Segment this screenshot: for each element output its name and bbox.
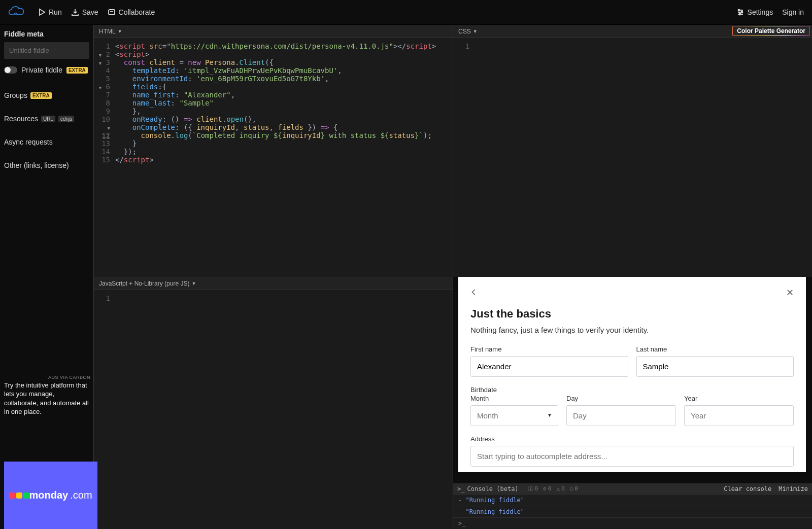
chevron-down-icon: ▼ — [191, 281, 196, 286]
info-icon: ⓘ — [528, 485, 533, 492]
chevron-down-icon: ▼ — [118, 29, 122, 34]
cdnjs-pill: cdnjs — [58, 116, 74, 122]
css-code — [472, 38, 475, 277]
persona-widget: ✕ Just the basics Nothing fancy, just a … — [458, 277, 806, 472]
html-code: <script src="https://cdn.withpersona.com… — [113, 38, 436, 277]
collaborate-button[interactable]: Collaborate — [108, 8, 155, 16]
last-name-label: Last name — [636, 345, 794, 353]
sidebar-other[interactable]: Other (links, license) — [4, 161, 89, 169]
private-label: Private fiddle — [21, 66, 62, 74]
sidebar-groups[interactable]: Groups EXTRA — [4, 91, 89, 99]
persona-top: ✕ — [470, 287, 794, 298]
ad-text[interactable]: Try the intuitive platform that lets you… — [4, 381, 89, 416]
terminal-icon: >_ — [457, 485, 464, 492]
sidebar-resources[interactable]: Resources URL cdnjs — [4, 115, 89, 123]
minimize-console-button[interactable]: Minimize — [779, 485, 808, 492]
css-gutter: 1 — [453, 38, 472, 277]
console-header: >_ Console (beta) ⓘ0 ⊘0 △0 ◯0 Clear cons… — [453, 483, 812, 495]
settings-label: Settings — [748, 8, 773, 16]
day-label: Day — [566, 395, 676, 402]
address-label: Address — [470, 435, 794, 443]
extra-badge: EXTRA — [66, 67, 88, 74]
last-name-input[interactable] — [636, 356, 794, 377]
private-toggle[interactable] — [4, 66, 17, 74]
js-pane-header[interactable]: JavaScript + No-Library (pure JS)▼ — [94, 277, 453, 290]
ad-monday[interactable]: monday.com — [4, 462, 97, 529]
console-badges: ⓘ0 ⊘0 △0 ◯0 — [528, 485, 578, 492]
result-embed: ✕ Just the basics Nothing fancy, just a … — [453, 277, 812, 483]
monday-logo: monday.com — [9, 489, 92, 501]
js-pane: JavaScript + No-Library (pure JS)▼ 1 — [93, 277, 453, 529]
sidebar: Fiddle meta Private fiddle EXTRA Groups … — [0, 25, 93, 529]
html-gutter: 1▼ 2▼ 345▼ 678910▼ 1112131415 — [94, 38, 113, 277]
panes: HTML▼ 1▼ 2▼ 345▼ 678910▼ 1112131415 <scr… — [93, 25, 812, 529]
year-input[interactable] — [684, 405, 794, 426]
html-pane: HTML▼ 1▼ 2▼ 345▼ 678910▼ 1112131415 <scr… — [93, 25, 453, 277]
css-editor[interactable]: 1 — [453, 38, 812, 277]
html-pane-header[interactable]: HTML▼ — [94, 25, 453, 38]
run-label: Run — [49, 8, 62, 16]
back-icon[interactable] — [470, 289, 478, 297]
year-label: Year — [684, 395, 794, 402]
fiddle-title-input[interactable] — [4, 42, 89, 59]
settings-button[interactable]: Settings — [736, 8, 773, 16]
persona-subtitle: Nothing fancy, just a few things to veri… — [470, 326, 794, 334]
save-button[interactable]: Save — [71, 8, 98, 16]
first-name-input[interactable] — [470, 356, 628, 377]
svg-rect-0 — [109, 10, 115, 15]
block-icon: ⊘ — [543, 485, 547, 492]
day-input[interactable] — [566, 405, 676, 426]
address-input[interactable] — [470, 446, 794, 467]
ads-via-carbon[interactable]: ADS VIA CARBON — [48, 375, 90, 380]
month-select[interactable] — [470, 405, 558, 426]
first-name-label: First name — [470, 345, 628, 353]
birthdate-label: Birthdate — [470, 386, 794, 394]
month-label: Month — [470, 395, 558, 402]
console: >_ Console (beta) ⓘ0 ⊘0 △0 ◯0 Clear cons… — [453, 483, 812, 529]
collaborate-label: Collaborate — [119, 8, 155, 16]
fiddle-meta-heading: Fiddle meta — [4, 30, 89, 38]
console-prompt[interactable]: >_ — [453, 518, 812, 529]
css-pane: CSS▼ Color Palette Generator 1 — [453, 25, 812, 277]
workspace: Fiddle meta Private fiddle EXTRA Groups … — [0, 25, 812, 529]
top-actions: Run Save Collaborate — [38, 8, 155, 16]
html-editor[interactable]: 1▼ 2▼ 345▼ 678910▼ 1112131415 <script sr… — [94, 38, 453, 277]
console-actions: Clear console Minimize — [724, 485, 808, 492]
close-icon[interactable]: ✕ — [786, 287, 794, 298]
warn-icon: △ — [556, 485, 560, 492]
topbar: Run Save Collaborate Settings Sign in — [0, 0, 812, 25]
jsfiddle-logo[interactable] — [8, 6, 25, 19]
console-line: - "Running fiddle" — [453, 495, 812, 506]
signin-link[interactable]: Sign in — [782, 8, 804, 16]
persona-title: Just the basics — [470, 307, 794, 321]
js-editor[interactable]: 1 — [94, 290, 453, 529]
color-palette-generator-button[interactable]: Color Palette Generator — [732, 26, 810, 36]
save-label: Save — [82, 8, 98, 16]
extra-badge: EXTRA — [30, 92, 52, 99]
console-title: >_ Console (beta) — [457, 485, 519, 492]
chevron-down-icon: ▼ — [473, 29, 478, 34]
url-pill: URL — [41, 116, 55, 122]
js-code — [113, 290, 115, 529]
top-right: Settings Sign in — [736, 8, 804, 16]
console-line: - "Running fiddle" — [453, 506, 812, 518]
clear-console-button[interactable]: Clear console — [724, 485, 771, 492]
bug-icon: ◯ — [570, 485, 573, 492]
run-button[interactable]: Run — [38, 8, 62, 16]
private-fiddle-row: Private fiddle EXTRA — [4, 66, 89, 74]
result-pane: ✕ Just the basics Nothing fancy, just a … — [453, 277, 812, 529]
sidebar-async[interactable]: Async requests — [4, 138, 89, 146]
css-pane-header[interactable]: CSS▼ Color Palette Generator — [453, 25, 812, 38]
